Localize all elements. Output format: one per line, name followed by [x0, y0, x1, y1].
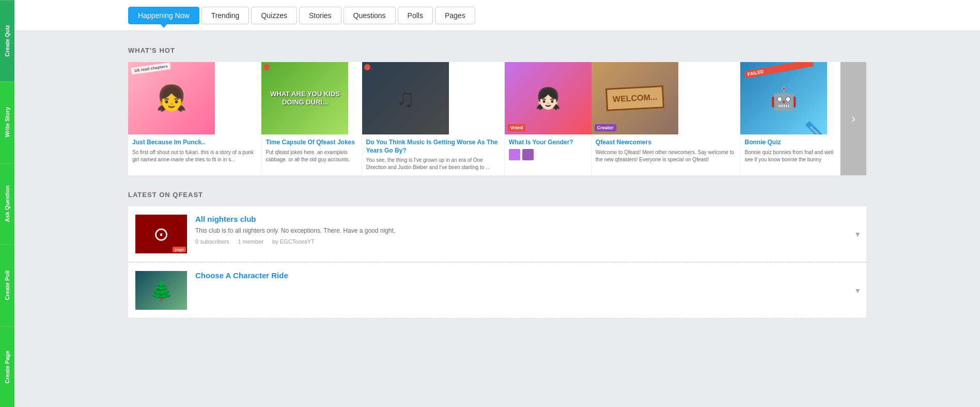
collapse-arrow-2[interactable]: ▼: [854, 287, 861, 295]
latest-section: LATEST ON QFEAST ⊙ page All nighters clu…: [128, 191, 866, 319]
carousel-title-2: Time Capsule Of Qfeast Jokes: [266, 139, 357, 147]
carousel-item-4[interactable]: 👧🏻 Voted What Is Your Gender?: [505, 62, 592, 175]
carousel-image-2: WHAT ARE YOU KIDS DOING DURI...: [261, 62, 348, 134]
latest-desc-1: This club is fo all nighters only. No ex…: [195, 226, 859, 235]
nav-tab-quizzes[interactable]: Quizzes: [251, 7, 297, 24]
nav-tab-polls[interactable]: Polls: [398, 7, 433, 24]
carousel-desc-5: Welcome to Qfeast! Meet other newcomers.…: [596, 149, 736, 163]
latest-info-1: All nighters club This club is fo all ni…: [195, 215, 859, 245]
carousel-image-6: 🤖 FAILED scored quiz: [740, 62, 827, 134]
carousel-item-6[interactable]: 🤖 FAILED scored quiz Bonnie Quiz Bonnie …: [740, 62, 841, 175]
nav-tab-pages[interactable]: Pages: [435, 7, 475, 24]
carousel-desc-1: So first off shout out to fukari. this i…: [132, 149, 257, 163]
badge-voted: Voted: [508, 124, 525, 131]
carousel-item-3[interactable]: ♫ Do You Think Music Is Getting Worse As…: [362, 62, 505, 175]
badge-creator: Creator: [595, 124, 616, 131]
carousel-image-5: WELCOM... Creator: [592, 62, 678, 134]
carousel-container: 👧 1/6 read chapters Just Because Im Punc…: [128, 62, 866, 175]
carousel-next-button[interactable]: ›: [841, 62, 866, 175]
latest-thumb-1: ⊙ page: [135, 215, 187, 253]
latest-info-2: Choose A Character Ride: [195, 271, 859, 282]
carousel-title-1: Just Because Im Punck..: [132, 139, 257, 147]
carousel-desc-6: Bonnie quiz bonnies from fnaf and well s…: [744, 149, 836, 163]
badge-1: 1/6 read chapters: [131, 63, 170, 74]
carousel-item-5[interactable]: WELCOM... Creator Qfeast Newcomers Welco…: [592, 62, 741, 175]
nav-tab-questions[interactable]: Questions: [344, 7, 396, 24]
latest-header: LATEST ON QFEAST: [128, 191, 866, 199]
sidebar-item-write-story[interactable]: Write Story: [0, 81, 14, 162]
whats-hot-header: WHAT'S HOT: [128, 47, 866, 54]
latest-meta-1: 0 subscribers 1 member by EGCToonsYT: [195, 238, 859, 245]
carousel-desc-2: Put qfeast jokes here. an exampleis cabb…: [266, 149, 357, 163]
latest-item-1[interactable]: ⊙ page All nighters club This club is fo…: [128, 206, 866, 262]
carousel-item-1[interactable]: 👧 1/6 read chapters Just Because Im Punc…: [128, 62, 261, 175]
main-content: Happening NowTrendingQuizzesStoriesQuest…: [14, 0, 980, 407]
sidebar-item-ask-question[interactable]: Ask Question: [0, 163, 14, 244]
carousel-image-1: 👧 1/6 read chapters: [128, 62, 215, 134]
latest-thumb-2: 🌲: [135, 271, 187, 310]
carousel-image-4: 👧🏻 Voted: [505, 62, 592, 134]
carousel-title-5: Qfeast Newcomers: [596, 139, 736, 147]
carousel-image-3: ♫: [362, 62, 449, 134]
nav-tab-trending[interactable]: Trending: [201, 7, 250, 24]
carousel-title-6: Bonnie Quiz: [744, 139, 836, 147]
badge-failed: FAILED: [744, 62, 814, 79]
sidebar-item-create-poll[interactable]: Create Poll: [0, 244, 14, 325]
sidebar-item-create-page[interactable]: Create Page: [0, 326, 14, 407]
nav-tabs: Happening NowTrendingQuizzesStoriesQuest…: [14, 0, 980, 31]
latest-title-2: Choose A Character Ride: [195, 271, 859, 280]
carousel: 👧 1/6 read chapters Just Because Im Punc…: [128, 62, 841, 175]
carousel-title-3: Do You Think Music Is Getting Worse As T…: [366, 139, 500, 155]
latest-members-1: 1 member: [238, 238, 263, 245]
carousel-desc-4: [509, 149, 587, 160]
latest-item-2[interactable]: 🌲 Choose A Character Ride ▼: [128, 263, 866, 319]
carousel-desc-3: You see, the thing is I've grown up in a…: [366, 157, 500, 171]
sidebar-item-create-quiz[interactable]: Create Quiz: [0, 0, 14, 81]
carousel-item-2[interactable]: WHAT ARE YOU KIDS DOING DURI... Time Cap…: [261, 62, 362, 175]
badge-scored: scored quiz: [805, 121, 827, 134]
nav-tab-stories[interactable]: Stories: [299, 7, 341, 24]
carousel-title-4: What Is Your Gender?: [509, 139, 587, 147]
sidebar: Create QuizWrite StoryAsk QuestionCreate…: [0, 0, 14, 407]
latest-by-1: by EGCToonsYT: [272, 238, 315, 245]
latest-subscribers-1: 0 subscribers: [195, 238, 229, 245]
collapse-arrow-1[interactable]: ▼: [854, 230, 861, 238]
latest-badge-1: page: [173, 247, 186, 252]
latest-title-1: All nighters club: [195, 215, 859, 223]
nav-tab-happening-now[interactable]: Happening Now: [128, 7, 199, 24]
content-area: WHAT'S HOT 👧 1/6 read chapters Just Beca…: [14, 31, 980, 329]
